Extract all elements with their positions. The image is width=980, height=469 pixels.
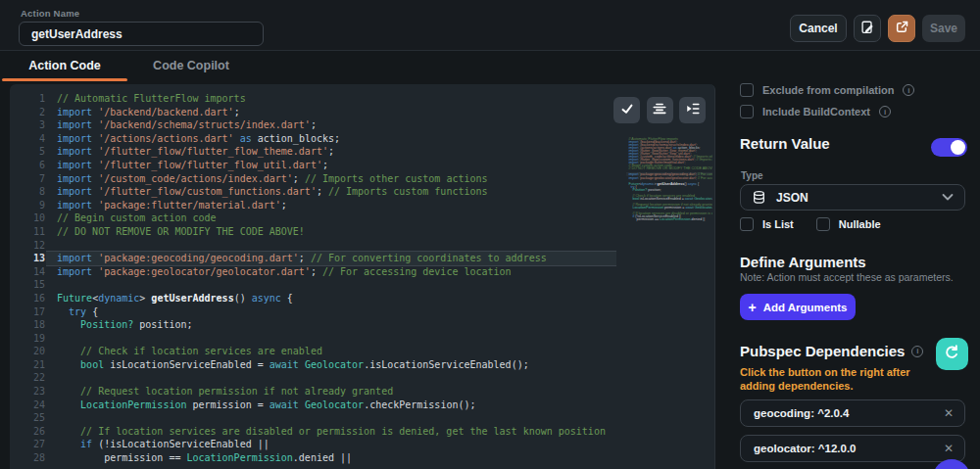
define-arguments-note: Note: Action must accept these as parame…	[740, 271, 970, 283]
code-line: import 'package:flutter/material.dart';	[46, 199, 616, 212]
close-icon[interactable]: ✕	[944, 407, 954, 419]
code-line: import 'package:geolocator/geolocator.da…	[626, 176, 712, 179]
info-icon[interactable]: i	[879, 106, 891, 117]
line-number: 27	[10, 438, 45, 451]
code-line: // DO NOT REMOVE OR MODIFY THE CODE ABOV…	[626, 167, 712, 170]
is-list-checkbox[interactable]	[740, 217, 754, 231]
header: Action Name Cancel Save	[0, 0, 980, 51]
code-line: bool isLocationServiceEnabled = await Ge…	[626, 197, 712, 200]
code-line: LocationPermission permission = await Ge…	[626, 206, 712, 209]
active-tab-underline	[2, 78, 127, 81]
minimap-content: // Automatic FlutterFlow importsimport '…	[626, 137, 646, 221]
code-line: // Begin custom action code	[46, 211, 616, 225]
line-number: 4	[10, 132, 45, 146]
toggle-knob	[951, 140, 965, 155]
code-editor[interactable]: 1234567891011121314151617181920212223242…	[10, 84, 715, 469]
pubspec-title-row: Pubspec Dependencies i	[740, 343, 923, 359]
code-line: permission == LocationPermission.denied …	[626, 218, 712, 221]
close-icon[interactable]: ✕	[944, 443, 954, 454]
add-arguments-label: Add Arguments	[763, 302, 848, 313]
align-center-icon	[652, 101, 667, 120]
indent-code-button[interactable]	[679, 97, 706, 123]
is-list-label: Is List	[762, 218, 794, 230]
refresh-icon	[944, 344, 960, 364]
header-actions: Cancel Save	[790, 15, 965, 42]
code-line: import '/actions/actions.dart' as action…	[46, 132, 616, 146]
action-name-input[interactable]	[19, 22, 264, 46]
code-line: import '/flutter_flow/custom_functions.d…	[46, 185, 616, 199]
code-line: // Check if location services are enable…	[46, 345, 616, 358]
code-line: import '/custom_code/actions/index.dart'…	[46, 172, 616, 186]
indent-icon	[685, 101, 701, 120]
line-number: 12	[10, 239, 45, 253]
save-button[interactable]: Save	[922, 15, 965, 42]
editor-toolbar	[613, 97, 706, 123]
return-value-title: Return Value	[740, 135, 830, 152]
line-number: 13	[10, 252, 45, 265]
code-line	[46, 239, 616, 253]
code-line: try {	[46, 305, 616, 319]
exclude-compilation-checkbox[interactable]	[740, 83, 754, 97]
nullable-checkbox[interactable]	[816, 217, 830, 231]
return-value-toggle[interactable]	[931, 138, 967, 157]
type-label: Type	[741, 170, 763, 181]
code-line: // Request location permission if not al…	[46, 385, 616, 399]
line-number: 6	[10, 159, 45, 172]
line-number: 21	[10, 358, 45, 372]
info-icon[interactable]: i	[903, 84, 914, 96]
line-number: 14	[10, 265, 45, 279]
type-value: JSON	[776, 191, 808, 205]
edit-file-button[interactable]	[854, 15, 881, 42]
code-line	[46, 411, 616, 425]
line-number-gutter: 1234567891011121314151617181920212223242…	[10, 92, 45, 465]
include-buildcontext-row: Include BuildContext i	[740, 105, 891, 118]
line-number: 26	[10, 425, 45, 439]
code-line: // DO NOT REMOVE OR MODIFY THE CODE ABOV…	[46, 225, 616, 239]
line-number: 17	[10, 305, 45, 319]
line-number: 3	[10, 118, 45, 132]
line-number: 28	[10, 451, 45, 465]
dependency-field[interactable]: geolocator: ^12.0.0✕	[740, 435, 965, 462]
line-number: 10	[10, 211, 45, 225]
code-line: Future<dynamic> getUserAddress() async {	[46, 292, 616, 305]
nullable-label: Nullable	[839, 218, 881, 230]
define-arguments-title: Define Arguments	[740, 254, 866, 270]
cancel-button[interactable]: Cancel	[790, 15, 847, 42]
tab-code-copilot[interactable]: Code Copilot	[127, 52, 255, 79]
edit-file-icon	[859, 20, 875, 38]
database-icon	[752, 190, 766, 205]
minimap[interactable]: // Automatic FlutterFlow importsimport '…	[626, 137, 712, 245]
code-line: import 'package:geolocator/geolocator.da…	[46, 265, 616, 279]
exclude-compilation-row: Exclude from compilation i	[740, 83, 914, 97]
code-line: // If location services are disabled or …	[46, 425, 616, 439]
info-icon[interactable]: i	[911, 346, 923, 357]
code-line	[46, 278, 616, 292]
type-dropdown[interactable]: JSON	[740, 184, 965, 211]
line-number: 18	[10, 318, 45, 332]
pubspec-title: Pubspec Dependencies	[740, 343, 905, 359]
open-in-new-button[interactable]	[888, 15, 915, 42]
code-line: import 'package:geocoding/geocoding.dart…	[46, 252, 616, 265]
code-line: permission == LocationPermission.denied …	[46, 451, 616, 465]
pubspec-warning-text: Click the button on the right after addi…	[740, 365, 944, 393]
line-number: 22	[10, 371, 45, 385]
settings-panel: Exclude from compilation i Include Build…	[725, 82, 980, 469]
validate-button[interactable]	[613, 97, 640, 123]
add-arguments-button[interactable]: + Add Arguments	[740, 294, 856, 320]
code-line	[46, 371, 616, 385]
include-buildcontext-label: Include BuildContext	[762, 106, 870, 117]
check-icon	[619, 101, 635, 120]
include-buildcontext-checkbox[interactable]	[740, 105, 754, 118]
code-line: if (!isLocationServiceEnabled ||	[46, 438, 616, 451]
code-line: import '/backend/backend.dart';	[46, 106, 616, 119]
line-number: 15	[10, 278, 45, 292]
exclude-compilation-label: Exclude from compilation	[762, 84, 894, 96]
code-area[interactable]: 1234567891011121314151617181920212223242…	[10, 92, 714, 469]
tab-bar: Action Code Code Copilot	[0, 52, 980, 82]
chevron-down-icon	[942, 193, 954, 202]
dependency-field[interactable]: geocoding: ^2.0.4✕	[740, 399, 965, 427]
line-number: 5	[10, 145, 45, 159]
format-code-button[interactable]	[647, 97, 673, 123]
line-number: 8	[10, 185, 45, 199]
tab-action-code[interactable]: Action Code	[2, 52, 127, 79]
